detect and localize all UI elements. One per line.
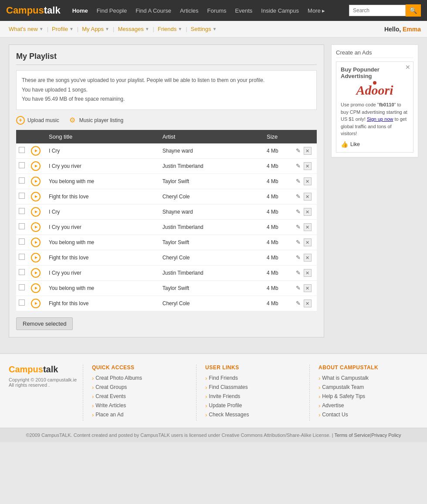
remove-selected-button[interactable]: Remove selected (16, 317, 73, 330)
table-row: ▶ I Cry you river Justin Timberland 4 Mb… (16, 265, 317, 280)
about-link-advertise[interactable]: Advertise (322, 402, 344, 409)
nav-events[interactable]: Events (231, 5, 257, 17)
nav-find-course[interactable]: Find A Course (132, 5, 175, 17)
upload-music-btn[interactable]: + Upload music (16, 116, 59, 125)
edit-song-button[interactable]: ✎ (295, 284, 302, 292)
sub-nav-friends[interactable]: Friends ▼ (155, 26, 185, 32)
row-checkbox[interactable] (19, 193, 25, 199)
edit-song-button[interactable]: ✎ (295, 193, 302, 200)
edit-song-button[interactable]: ✎ (295, 162, 302, 170)
row-checkbox[interactable] (19, 238, 25, 245)
play-button[interactable]: ▶ (31, 161, 41, 171)
edit-song-button[interactable]: ✎ (295, 300, 302, 307)
edit-song-button[interactable]: ✎ (295, 208, 302, 215)
edit-song-button[interactable]: ✎ (295, 238, 302, 246)
table-row: ▶ You belong with me Taylor Swift 4 Mb ✎… (16, 280, 317, 296)
user-link-invite-friends[interactable]: Invite Friends (209, 393, 240, 399)
row-checkbox[interactable] (19, 254, 25, 260)
remove-song-button[interactable]: ✕ (304, 193, 312, 201)
footer-bottom: ©2009 CampusTALK. Content created and po… (0, 428, 427, 442)
remove-song-button[interactable]: ✕ (304, 269, 312, 277)
play-button[interactable]: ▶ (31, 268, 41, 278)
user-link-find-classmates[interactable]: Find Classmates (209, 384, 247, 390)
whats-new-arrow: ▼ (39, 27, 44, 31)
quick-link-events[interactable]: Creat Events (95, 393, 125, 399)
about-link-what-is[interactable]: What is Campustalk (322, 375, 369, 381)
quick-link-groups[interactable]: Creat Groups (95, 384, 127, 390)
col-actions-header (293, 130, 317, 143)
play-button[interactable]: ▶ (31, 283, 41, 293)
remove-song-button[interactable]: ✕ (304, 284, 312, 292)
row-checkbox[interactable] (19, 269, 25, 275)
edit-song-button[interactable]: ✎ (295, 177, 302, 185)
quick-link-articles[interactable]: Write Articles (95, 402, 126, 409)
edit-song-button[interactable]: ✎ (295, 223, 302, 231)
about-link-team[interactable]: Campustalk Team (322, 384, 364, 390)
footer-logo-suffix: talk (43, 364, 58, 374)
edit-song-button[interactable]: ✎ (295, 269, 302, 276)
hello-name: Emma (403, 26, 421, 33)
table-row: ▶ I Cry Shayne ward 4 Mb ✎ ✕ (16, 143, 317, 159)
nav-articles[interactable]: Articles (176, 5, 203, 17)
row-checkbox[interactable] (19, 284, 25, 290)
remove-song-button[interactable]: ✕ (304, 177, 312, 185)
remove-song-button[interactable]: ✕ (304, 223, 312, 231)
play-button[interactable]: ▶ (31, 222, 41, 232)
nav-find-people[interactable]: Find People (93, 5, 131, 17)
list-item: ›Find Classmates (205, 384, 305, 391)
user-link-update-profile[interactable]: Update Profile (209, 402, 242, 409)
row-checkbox[interactable] (19, 223, 25, 229)
row-checkbox[interactable] (19, 162, 25, 168)
quick-link-photo-albums[interactable]: Creat Photo Albums (95, 375, 142, 381)
nav-forums[interactable]: Forums (203, 5, 230, 17)
play-button[interactable]: ▶ (31, 207, 41, 217)
sub-nav-my-apps[interactable]: My Apps ▼ (79, 26, 112, 32)
nav-more[interactable]: More ▸ (304, 5, 329, 17)
search-input[interactable] (349, 5, 406, 16)
about-link-contact[interactable]: Contact Us (322, 412, 348, 418)
edit-song-button[interactable]: ✎ (295, 254, 302, 261)
sub-nav-profile[interactable]: Profile ▼ (49, 26, 76, 32)
about-link-help[interactable]: Help & Safety Tips (322, 393, 365, 399)
user-link-check-messages[interactable]: Check Messages (209, 412, 249, 418)
user-link-find-friends[interactable]: Find Friends (209, 375, 238, 381)
search-button[interactable]: 🔍 (406, 4, 421, 17)
remove-song-button[interactable]: ✕ (304, 238, 312, 246)
sub-nav-settings[interactable]: Settings ▼ (188, 26, 220, 32)
terms-link[interactable]: Terms of Service (334, 432, 370, 438)
play-button[interactable]: ▶ (31, 192, 41, 201)
row-checkbox[interactable] (19, 300, 25, 306)
remove-song-button[interactable]: ✕ (304, 300, 312, 307)
music-player-listing-btn[interactable]: ⚙ Music player listing (68, 116, 123, 125)
remove-song-button[interactable]: ✕ (304, 162, 312, 170)
ad-signup-link[interactable]: Sign up now (367, 116, 393, 122)
nav-home[interactable]: Home (68, 5, 92, 17)
remove-song-button[interactable]: ✕ (304, 147, 312, 155)
quick-link-ad[interactable]: Place an Ad (95, 412, 123, 418)
like-button[interactable]: Like (350, 141, 360, 147)
play-button[interactable]: ▶ (31, 238, 41, 247)
row-checkbox[interactable] (19, 208, 25, 214)
row-checkbox[interactable] (19, 177, 25, 184)
list-item: ›Check Messages (205, 412, 305, 418)
remove-song-button[interactable]: ✕ (304, 254, 312, 262)
edit-song-button[interactable]: ✎ (295, 147, 302, 154)
play-button[interactable]: ▶ (31, 177, 41, 186)
footer-user-links: USER LINKS ›Find Friends ›Find Classmate… (196, 364, 305, 421)
song-title: I Cry you river (44, 219, 158, 235)
nav-inside-campus[interactable]: Inside Campus (257, 5, 303, 17)
sub-nav-whats-new[interactable]: What's new ▼ (6, 26, 46, 32)
row-checkbox[interactable] (19, 147, 25, 153)
sub-nav-messages[interactable]: Messages ▼ (115, 26, 152, 32)
remove-song-button[interactable]: ✕ (304, 208, 312, 216)
song-size: 4 Mb (262, 250, 293, 265)
play-button[interactable]: ▶ (31, 253, 41, 262)
play-button[interactable]: ▶ (31, 299, 41, 308)
sep3: | (112, 26, 115, 32)
privacy-link[interactable]: Privacy Policy (371, 432, 401, 438)
site-logo[interactable]: Campustalk (6, 5, 61, 16)
ad-close-button[interactable]: ✕ (405, 64, 410, 71)
song-title: Fight for this love (44, 189, 158, 204)
play-button[interactable]: ▶ (31, 146, 41, 156)
list-item: ›Creat Events (92, 393, 192, 400)
